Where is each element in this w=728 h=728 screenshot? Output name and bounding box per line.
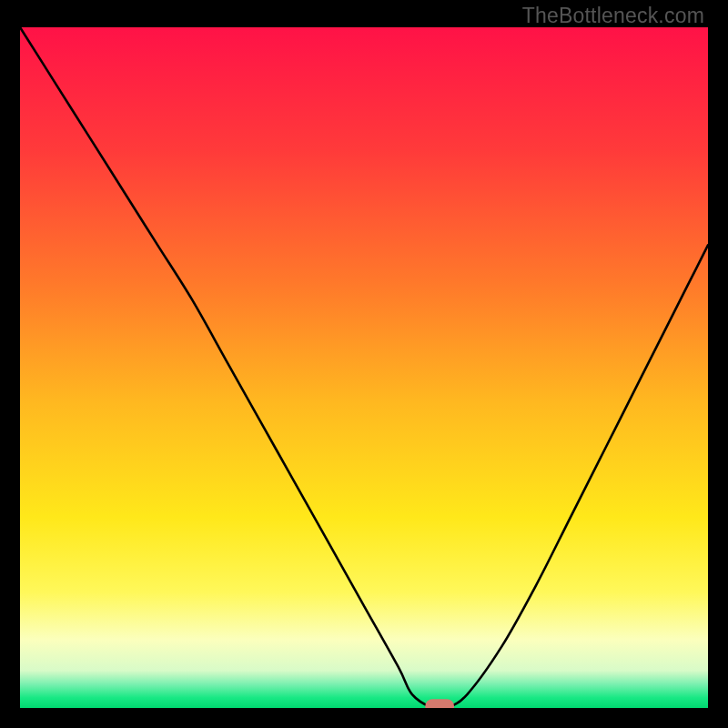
- watermark-text: TheBottleneck.com: [522, 4, 704, 28]
- bottleneck-chart: [20, 27, 708, 708]
- optimal-marker: [425, 699, 454, 708]
- chart-plot-area: [20, 27, 708, 708]
